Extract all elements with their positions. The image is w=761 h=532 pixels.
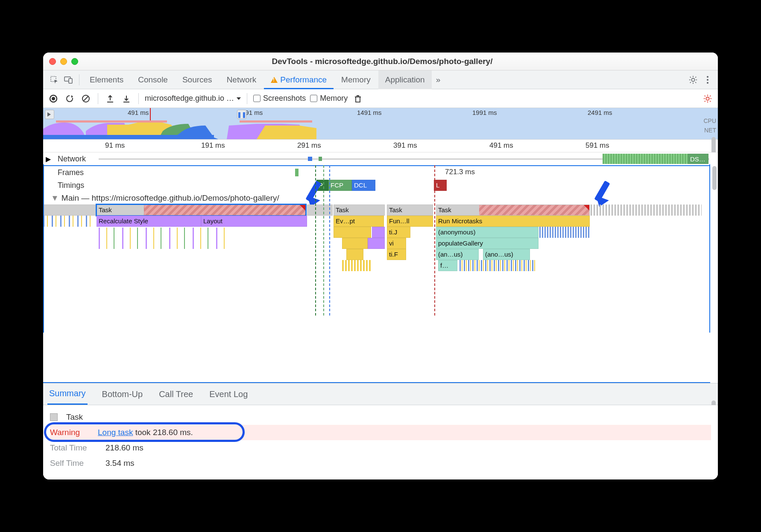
ev-bar[interactable]: Ev…pt xyxy=(334,216,384,227)
memory-checkbox[interactable]: Memory xyxy=(310,94,348,103)
dcl-badge: DCL xyxy=(352,180,375,191)
device-toggle-icon[interactable] xyxy=(62,73,76,87)
collapse-icon[interactable]: ▼ xyxy=(51,193,59,203)
performance-toolbar: microsoftedge.github.io … Screenshots Me… xyxy=(43,89,718,108)
capture-settings-gear-icon[interactable] xyxy=(702,93,714,105)
dcl-line xyxy=(329,165,330,316)
fun-bar[interactable]: Fun…ll xyxy=(387,216,433,227)
total-time-label: Total Time xyxy=(50,443,97,453)
tab-network[interactable]: Network xyxy=(220,70,263,89)
layout-bar[interactable]: Layout xyxy=(201,216,307,227)
bottom-up-tab[interactable]: Bottom-Up xyxy=(100,384,145,404)
reload-record-icon[interactable] xyxy=(64,93,76,105)
svg-point-7 xyxy=(52,97,55,100)
tab-memory[interactable]: Memory xyxy=(334,70,378,89)
vertical-scrollbar[interactable] xyxy=(712,166,717,190)
detail-tabs: Summary Bottom-Up Call Tree Event Log xyxy=(43,383,718,405)
chevron-down-icon xyxy=(237,97,241,100)
record-icon[interactable] xyxy=(47,93,59,105)
profile-select[interactable]: microsoftedge.github.io … xyxy=(145,94,241,103)
anon-us1-bar[interactable]: (an…us) xyxy=(436,249,479,260)
self-time-label: Self Time xyxy=(50,459,97,468)
tab-sources[interactable]: Sources xyxy=(176,70,219,89)
clear-icon[interactable] xyxy=(80,93,92,105)
run-microtasks-bar[interactable]: Run Microtasks xyxy=(436,216,590,227)
tab-bar: Elements Console Sources Network Perform… xyxy=(43,70,718,89)
summary-tab[interactable]: Summary xyxy=(47,383,88,405)
devtools-window: DevTools - microsoftedge.github.io/Demos… xyxy=(43,53,718,479)
ruler-tick: 591 ms xyxy=(585,141,609,150)
task-heading: Task xyxy=(66,412,83,422)
download-profile-icon[interactable] xyxy=(120,93,132,105)
kebab-menu-icon[interactable] xyxy=(701,73,714,87)
event-log-tab[interactable]: Event Log xyxy=(208,384,249,404)
titlebar: DevTools - microsoftedge.github.io/Demos… xyxy=(43,53,718,70)
maximize-icon[interactable] xyxy=(71,58,78,65)
anon-us2-bar[interactable]: (ano…us) xyxy=(483,249,530,260)
task-bar-selected[interactable]: Task xyxy=(97,205,306,216)
tab-console[interactable]: Console xyxy=(131,70,175,89)
svg-rect-10 xyxy=(356,97,360,102)
l-badge: L xyxy=(434,180,447,191)
self-time-row: Self Time 3.54 ms xyxy=(50,456,711,471)
svg-rect-11 xyxy=(73,120,167,123)
network-track[interactable]: ▶ Network DS… xyxy=(43,152,718,165)
svg-point-5 xyxy=(707,82,708,84)
anonymous-bar[interactable]: (anonymous) xyxy=(436,227,539,238)
upload-profile-icon[interactable] xyxy=(104,93,116,105)
annotation-circle-icon xyxy=(44,422,245,442)
overview-tick: 1991 ms xyxy=(472,109,497,116)
minimize-icon[interactable] xyxy=(60,58,67,65)
screenshots-label: Screenshots xyxy=(263,94,306,103)
svg-line-9 xyxy=(84,96,88,101)
f-bar[interactable]: f… xyxy=(438,260,457,271)
tif-bar[interactable]: ti.F xyxy=(387,249,406,260)
tab-performance[interactable]: Performance xyxy=(264,70,334,89)
timings-track[interactable]: Timings 721.3 ms P FCP DCL L xyxy=(43,179,718,192)
network-ds-bar[interactable]: DS… xyxy=(688,154,708,164)
flame-chart[interactable]: Task Task Task Task Recalculate Style La… xyxy=(43,205,718,316)
play-mark-icon xyxy=(45,110,54,119)
main-track-header[interactable]: ▼ Main — https://microsoftedge.github.io… xyxy=(43,192,718,205)
time-ruler[interactable]: 91 ms 191 ms 291 ms 391 ms 491 ms 591 ms xyxy=(43,140,718,152)
task-bar[interactable]: Task xyxy=(436,205,590,216)
svg-rect-2 xyxy=(69,79,72,83)
vertical-scrollbar[interactable] xyxy=(711,137,716,154)
pause-mark-icon: ❚❚ xyxy=(237,110,246,119)
total-time-row: Total Time 218.60 ms xyxy=(50,440,711,456)
overview-tick: 491 ms xyxy=(128,109,149,116)
tab-performance-label: Performance xyxy=(280,75,327,85)
tabs-expand[interactable]: » xyxy=(433,70,444,89)
garbage-collect-icon[interactable] xyxy=(352,93,364,105)
tij-bar[interactable]: ti.J xyxy=(387,227,410,238)
main-track-label: Main — https://microsoftedge.github.io/D… xyxy=(61,193,279,203)
ruler-tick: 191 ms xyxy=(201,141,225,150)
frames-track[interactable]: Frames xyxy=(43,166,718,179)
total-time-value: 218.60 ms xyxy=(105,443,143,453)
settings-gear-icon[interactable] xyxy=(686,73,700,87)
populate-gallery-bar[interactable]: populateGallery xyxy=(436,238,539,249)
activity-stripes xyxy=(43,216,94,227)
overview-strip[interactable]: 491 ms 991 ms 1491 ms 1991 ms 2491 ms ❚❚… xyxy=(43,108,718,140)
task-bar[interactable]: Task xyxy=(334,205,385,216)
inspect-icon[interactable] xyxy=(47,73,61,87)
task-stripes xyxy=(591,205,702,216)
screenshots-checkbox[interactable]: Screenshots xyxy=(253,94,306,103)
svg-rect-13 xyxy=(240,120,312,123)
task-label: Task xyxy=(99,206,112,213)
ruler-tick: 291 ms xyxy=(297,141,321,150)
tab-elements[interactable]: Elements xyxy=(83,70,130,89)
l-line xyxy=(434,165,435,316)
close-icon[interactable] xyxy=(49,58,56,65)
call-tree-tab[interactable]: Call Tree xyxy=(157,384,195,404)
color-swatch-icon xyxy=(50,413,58,421)
vi-bar[interactable]: vi xyxy=(387,238,406,249)
svg-point-3 xyxy=(707,76,708,78)
task-bar[interactable]: Task xyxy=(387,205,433,216)
ruler-tick: 391 ms xyxy=(393,141,417,150)
tab-application[interactable]: Application xyxy=(378,70,432,89)
recalc-style-bar[interactable]: Recalculate Style xyxy=(97,216,201,227)
frames-label: Frames xyxy=(43,168,94,177)
expand-icon[interactable]: ▶ xyxy=(46,155,51,163)
overview-tick: 1491 ms xyxy=(357,109,382,116)
